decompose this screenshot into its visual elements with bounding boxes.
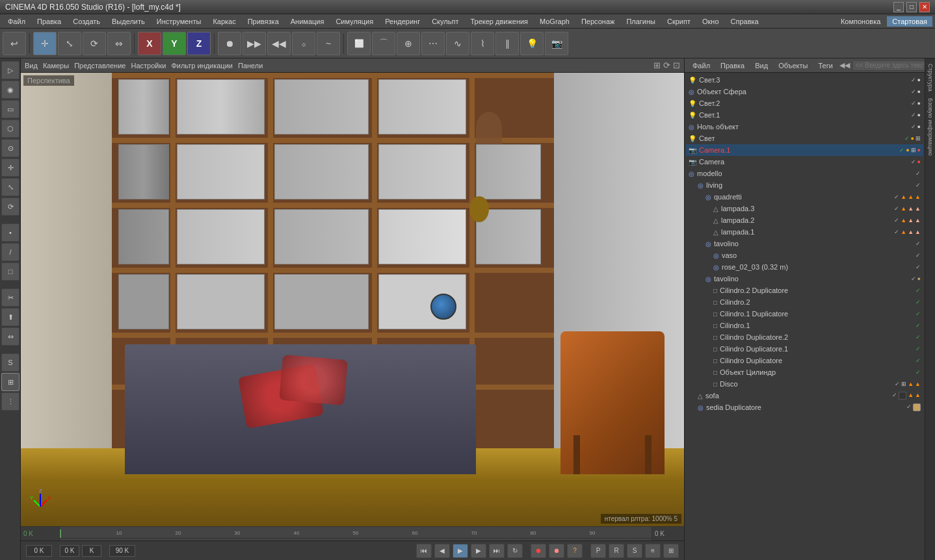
tree-item-living[interactable]: ◎ living ✓ bbox=[686, 179, 923, 191]
ctrl-check22[interactable]: ✓ bbox=[915, 322, 921, 329]
goto-end-button[interactable]: ⏭ bbox=[489, 544, 505, 558]
keyframe-button[interactable]: ⬦ bbox=[292, 32, 315, 55]
tree-item-tavolino2[interactable]: ◎ tavolino ✓ ● bbox=[686, 273, 923, 285]
vp-menu-display[interactable]: Представление bbox=[74, 62, 125, 70]
ctrl-check12[interactable]: ✓ bbox=[894, 205, 899, 212]
ctrl-dot7[interactable]: ⊞ bbox=[911, 147, 916, 153]
scale-tool-button[interactable]: ⤡ bbox=[58, 32, 81, 55]
vp-icon-2[interactable]: ⟳ bbox=[663, 60, 670, 70]
menu-file[interactable]: Файл bbox=[3, 16, 31, 27]
polys-mode-btn[interactable]: □ bbox=[1, 262, 20, 281]
tree-item-sedia[interactable]: ◎ sedia Duplicatore ✓ bbox=[686, 401, 923, 413]
ctrl-check29[interactable]: ✓ bbox=[906, 403, 912, 411]
menu-sculpt[interactable]: Скульпт bbox=[427, 16, 464, 27]
menu-simulate[interactable]: Симуляция bbox=[330, 16, 378, 27]
rp-tab-objects[interactable]: Объекты bbox=[774, 60, 811, 71]
move-btn[interactable]: ✛ bbox=[1, 159, 20, 177]
spline-button[interactable]: ∿ bbox=[446, 32, 469, 55]
ctrl-check23[interactable]: ✓ bbox=[915, 334, 921, 340]
ctrl-check5[interactable]: ✓ bbox=[911, 123, 916, 130]
menu-character[interactable]: Персонаж bbox=[576, 16, 620, 27]
step-back-button[interactable]: ◀ bbox=[434, 544, 450, 558]
lasso-btn[interactable]: ◉ bbox=[1, 81, 20, 99]
play-button[interactable]: ▶ bbox=[453, 544, 468, 558]
tree-item-disco[interactable]: □ Disco ✓ ⊞ ▲ ▲ bbox=[686, 378, 923, 390]
array-button[interactable]: ⋯ bbox=[421, 32, 445, 55]
poly-select-btn[interactable]: ⬡ bbox=[1, 120, 20, 138]
ctrl-check16[interactable]: ✓ bbox=[915, 252, 921, 259]
ctrl-check24[interactable]: ✓ bbox=[915, 346, 921, 352]
pos-btn[interactable]: P bbox=[590, 544, 606, 558]
vp-icon-1[interactable]: ⊞ bbox=[653, 60, 661, 70]
tree-item-quadretti[interactable]: ◎ quadretti ✓ ▲ ▲ ▲ bbox=[686, 191, 923, 203]
ctrl-check2[interactable]: ✓ bbox=[911, 88, 916, 95]
tree-item-svyet3[interactable]: 💡 Свет.3 ✓ ● bbox=[686, 74, 923, 86]
loop-button[interactable]: ↻ bbox=[507, 544, 523, 558]
menu-start[interactable]: Стартовая bbox=[887, 16, 932, 27]
tree-item-svet[interactable]: 💡 Свет ✓ ● ⊞ bbox=[686, 133, 923, 144]
rotate-btn[interactable]: ⟳ bbox=[1, 197, 20, 216]
select-btn[interactable]: ▷ bbox=[1, 61, 20, 79]
ctrl-dot4[interactable]: ● bbox=[917, 112, 921, 118]
menu-mesh[interactable]: Каркас bbox=[207, 16, 241, 27]
rp-tab-view[interactable]: Вид bbox=[751, 60, 772, 71]
ctrl-check28[interactable]: ✓ bbox=[892, 392, 897, 400]
ctrl-check27[interactable]: ✓ bbox=[895, 381, 900, 387]
paint-btn[interactable]: S bbox=[1, 353, 20, 372]
ctrl-dot2[interactable]: ● bbox=[917, 88, 921, 95]
deform-button[interactable]: ⌇ bbox=[471, 32, 494, 55]
ctrl-check7[interactable]: ✓ bbox=[899, 147, 904, 153]
menu-plugins[interactable]: Плагины bbox=[621, 16, 661, 27]
ctrl-dot6[interactable]: ⊞ bbox=[915, 135, 921, 142]
vtab-info[interactable]: Бзовую информацию bbox=[926, 95, 935, 159]
ctrl-dot3[interactable]: ● bbox=[917, 100, 921, 107]
play-fwd-button[interactable]: ▶▶ bbox=[243, 32, 266, 55]
menu-edit[interactable]: Правка bbox=[32, 16, 66, 27]
camera-button[interactable]: 📷 bbox=[545, 32, 568, 55]
ctrl-dot5[interactable]: ● bbox=[917, 123, 921, 130]
rotate-tool-button[interactable]: ⟳ bbox=[83, 32, 106, 55]
menu-animate[interactable]: Анимация bbox=[285, 16, 330, 27]
tree-item-cil1dup[interactable]: □ Cilindro.1 Duplicatore ✓ bbox=[686, 308, 923, 320]
search-input[interactable] bbox=[852, 60, 935, 71]
close-button[interactable]: ✕ bbox=[919, 2, 930, 12]
ctrl-check21[interactable]: ✓ bbox=[915, 311, 921, 317]
menu-window[interactable]: Окно bbox=[697, 16, 724, 27]
ctrl-check19[interactable]: ✓ bbox=[915, 287, 921, 294]
ctrl-check11[interactable]: ✓ bbox=[894, 194, 899, 200]
ctrl-check20[interactable]: ✓ bbox=[915, 299, 921, 305]
y-axis-button[interactable]: Y bbox=[163, 32, 186, 55]
vp-menu-cameras[interactable]: Камеры bbox=[43, 62, 69, 70]
live-select-btn[interactable]: ⊙ bbox=[1, 139, 20, 157]
tree-item-lampada1[interactable]: △ lampada.1 ✓ ▲ ▲ ▲ bbox=[686, 226, 923, 238]
ctrl-check4[interactable]: ✓ bbox=[911, 112, 916, 118]
record-red-button[interactable]: ⏺ bbox=[531, 544, 546, 558]
tree-item-modello[interactable]: ◎ modello ✓ bbox=[686, 168, 923, 179]
vp-menu-view[interactable]: Вид bbox=[25, 62, 38, 70]
frame-input[interactable] bbox=[26, 545, 52, 557]
menu-tools[interactable]: Инструменты bbox=[151, 16, 207, 27]
tree-item-cildup[interactable]: □ Cilindro Duplicatore ✓ bbox=[686, 355, 923, 366]
ctrl-check26[interactable]: ✓ bbox=[915, 369, 921, 375]
x-axis-button[interactable]: X bbox=[138, 32, 161, 55]
ctrl-check13[interactable]: ✓ bbox=[894, 217, 899, 223]
uv-btn[interactable]: ⋮ bbox=[1, 392, 20, 411]
move-tool-button[interactable]: ✛ bbox=[33, 32, 57, 55]
vp-menu-panels[interactable]: Панели bbox=[238, 62, 263, 70]
ctrl-red2[interactable]: ● bbox=[917, 159, 921, 165]
record-button[interactable]: ⏺ bbox=[218, 32, 241, 55]
ctrl-orange[interactable]: ● bbox=[911, 135, 914, 142]
tree-item-camera1[interactable]: 📷 Camera.1 ✓ ● ⊞ ● bbox=[686, 144, 923, 156]
tree-item-cildup1[interactable]: □ Cilindro Duplicatore.1 ✓ bbox=[686, 343, 923, 355]
boolean-button[interactable]: ⊕ bbox=[397, 32, 420, 55]
tree-item-sofa[interactable]: △ sofa ✓ ▲ ▲ bbox=[686, 390, 923, 401]
grid-view-btn[interactable]: ⊞ bbox=[663, 544, 679, 558]
ctrl-check18[interactable]: ✓ bbox=[911, 275, 916, 282]
vp-menu-filter[interactable]: Фильтр индикации bbox=[171, 62, 233, 70]
rp-tab-edit[interactable]: Правка bbox=[717, 60, 748, 71]
menu-select[interactable]: Выделить bbox=[107, 16, 150, 27]
ctrl-check[interactable]: ✓ bbox=[911, 77, 916, 83]
tree-item-cil2[interactable]: □ Cilindro.2 ✓ bbox=[686, 296, 923, 308]
loft-button[interactable]: ⌒ bbox=[372, 32, 395, 55]
menu-motion[interactable]: Трекер движения bbox=[465, 16, 533, 27]
